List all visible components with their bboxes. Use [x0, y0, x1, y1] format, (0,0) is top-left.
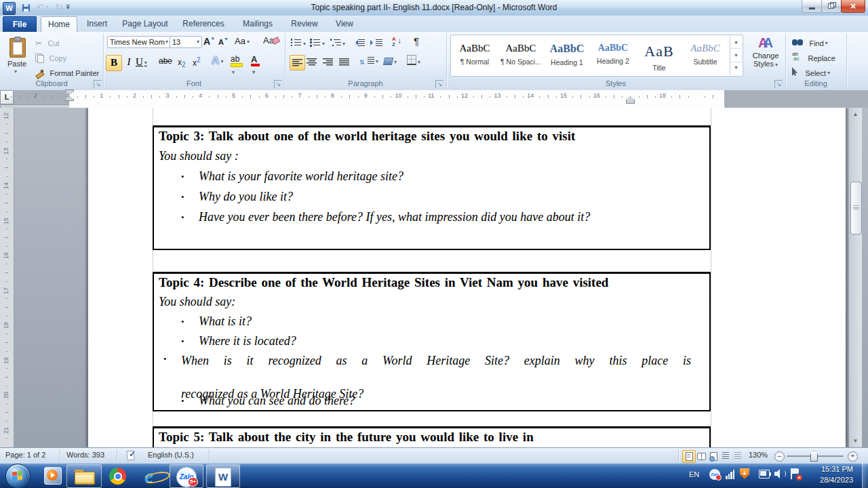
tab-stop-selector[interactable]: L	[0, 90, 14, 104]
document-page[interactable]: Topic 3: Talk about one of the world her…	[88, 108, 846, 447]
view-print-layout-button[interactable]	[682, 450, 696, 463]
clipboard-dialog-launcher[interactable]	[94, 80, 102, 88]
styles-dialog-launcher[interactable]	[774, 80, 783, 88]
view-outline-button[interactable]	[719, 450, 732, 463]
view-fullscreen-reading-button[interactable]	[694, 450, 708, 463]
vertical-scrollbar[interactable]: ▤ ▲ ▼	[849, 108, 862, 447]
replace-button[interactable]: ab ac Replace	[792, 52, 835, 64]
shading-button[interactable]	[384, 56, 397, 68]
tab-file[interactable]: File	[3, 16, 37, 32]
start-button[interactable]	[5, 464, 31, 488]
speaker-icon[interactable]	[774, 469, 785, 479]
page-indicator[interactable]: Page: 1 of 2	[5, 451, 45, 459]
copy-button[interactable]: Copy	[35, 52, 66, 64]
show-paragraph-marks-button[interactable]: ¶	[414, 35, 419, 47]
change-case-button[interactable]: Aa	[235, 36, 250, 46]
grow-font-button[interactable]: A▲	[203, 35, 215, 47]
paragraph-dialog-launcher[interactable]	[435, 80, 443, 88]
find-button[interactable]: Find	[792, 37, 828, 49]
align-left-button[interactable]	[290, 55, 305, 70]
text-effects-button[interactable]: A	[212, 55, 224, 67]
align-center-button[interactable]	[307, 56, 317, 68]
topic3-box[interactable]: Topic 3: Talk about one of the world her…	[153, 125, 711, 250]
taskbar-zalo[interactable]: Zalo 5+	[170, 464, 203, 488]
clear-formatting-button[interactable]: Aa	[263, 35, 279, 45]
language-indicator[interactable]: English (U.S.)	[148, 451, 194, 459]
taskbar-media-player[interactable]	[41, 464, 65, 487]
scroll-down-arrow[interactable]: ▼	[849, 436, 862, 447]
security-shield-icon[interactable]	[740, 468, 749, 479]
bold-button[interactable]: B	[106, 55, 122, 71]
style-heading2[interactable]: AaBbC Heading 2	[591, 39, 635, 74]
zoom-out-button[interactable]: –	[774, 451, 785, 462]
italic-button[interactable]: I	[123, 55, 134, 70]
style-normal[interactable]: AaBbC ¶ Normal	[452, 39, 497, 74]
zoom-level[interactable]: 130%	[749, 451, 768, 459]
style-subtitle[interactable]: AaBbC Subtitle	[683, 39, 728, 74]
action-center-flag-icon[interactable]: ×	[791, 468, 800, 479]
close-button[interactable]	[841, 0, 865, 13]
tab-insert[interactable]: Insert	[80, 16, 114, 31]
view-web-layout-button[interactable]	[707, 450, 720, 463]
clock-time[interactable]: 15:31 PM	[811, 465, 853, 473]
view-draft-button[interactable]	[731, 450, 745, 463]
language-tray-indicator[interactable]: EN	[689, 470, 699, 479]
tray-zalo-icon[interactable]: Zalo	[709, 469, 720, 480]
minimize-button[interactable]	[802, 0, 822, 13]
style-no-spacing[interactable]: AaBbC ¶ No Spaci...	[498, 39, 543, 74]
style-title[interactable]: AaB Title	[637, 39, 682, 74]
tab-page-layout[interactable]: Page Layout	[117, 16, 174, 31]
multilevel-list-button[interactable]	[330, 37, 345, 49]
decrease-indent-button[interactable]	[353, 37, 365, 49]
select-button[interactable]: Select	[792, 66, 830, 79]
justify-button[interactable]	[339, 56, 349, 68]
topic4-box[interactable]: Topic 4: Describe one of the World Herit…	[153, 272, 711, 411]
show-desktop-button[interactable]	[862, 463, 868, 488]
vertical-ruler[interactable]: 12131415161718192021	[0, 108, 14, 447]
styles-scroll-down[interactable]: ▼	[730, 49, 742, 62]
superscript-button[interactable]: x2	[193, 56, 201, 68]
font-size-dropdown-arrow[interactable]: ▾	[197, 37, 199, 47]
font-size-combo[interactable]: 13▾	[170, 36, 202, 48]
taskbar-chrome[interactable]	[106, 464, 130, 487]
subscript-button[interactable]: x2	[178, 58, 186, 68]
paste-dropdown-arrow[interactable]: ▾	[14, 68, 17, 75]
styles-gallery-more[interactable]: ▼	[730, 62, 742, 75]
highlight-color-button[interactable]: ab	[231, 54, 243, 77]
font-family-dropdown-arrow[interactable]: ▾	[165, 37, 168, 47]
zoom-slider-thumb[interactable]	[810, 451, 818, 462]
tab-home[interactable]: Home	[41, 16, 77, 32]
borders-button[interactable]	[407, 55, 420, 68]
align-right-button[interactable]	[323, 56, 333, 68]
font-color-button[interactable]: A	[251, 54, 260, 77]
font-family-combo[interactable]: Times New Rom▾	[107, 36, 171, 48]
style-heading1[interactable]: AaBbC Heading 1	[545, 39, 589, 74]
scrollbar-thumb[interactable]	[850, 182, 862, 235]
hanging-indent-marker[interactable]	[65, 96, 73, 103]
increase-indent-button[interactable]	[370, 37, 382, 49]
scroll-up-arrow[interactable]: ▲	[849, 109, 862, 120]
network-signal-icon[interactable]	[726, 468, 735, 479]
strikethrough-button[interactable]: abe	[159, 56, 172, 66]
underline-button[interactable]: U	[136, 55, 147, 70]
styles-scroll-up[interactable]: ▲	[730, 35, 742, 49]
tab-references[interactable]: References	[176, 16, 231, 31]
change-styles-button[interactable]: AA Change Styles	[746, 35, 785, 68]
battery-icon[interactable]	[759, 470, 770, 479]
font-dialog-launcher[interactable]	[274, 80, 282, 88]
restore-button[interactable]	[821, 0, 842, 13]
numbering-button[interactable]	[309, 37, 325, 49]
taskbar-file-explorer[interactable]	[66, 464, 102, 488]
taskbar-internet-explorer[interactable]: e	[142, 464, 167, 487]
zoom-in-button[interactable]: +	[848, 451, 858, 462]
bullets-button[interactable]	[290, 37, 306, 49]
shrink-font-button[interactable]: A▼	[218, 37, 229, 46]
tab-view[interactable]: View	[328, 16, 361, 31]
tab-review[interactable]: Review	[285, 16, 324, 31]
word-count[interactable]: Words: 393	[66, 451, 104, 459]
format-painter-button[interactable]: Format Painter	[35, 66, 99, 79]
taskbar-word[interactable]: W	[206, 464, 240, 488]
cut-button[interactable]: Cut	[35, 37, 60, 49]
spelling-check-icon[interactable]: ✓	[126, 450, 136, 460]
line-spacing-button[interactable]: ⇅	[359, 55, 378, 67]
